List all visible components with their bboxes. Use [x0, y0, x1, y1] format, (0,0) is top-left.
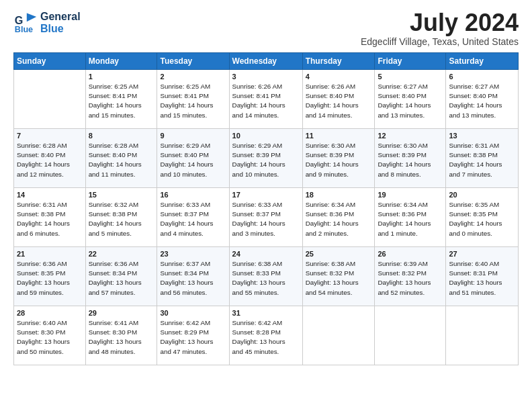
- calendar-cell: [302, 306, 375, 365]
- calendar-cell: 6Sunrise: 6:27 AMSunset: 8:40 PMDaylight…: [446, 70, 519, 129]
- day-number: 21: [17, 250, 83, 258]
- day-number: 26: [378, 250, 443, 258]
- logo-line2: Blue: [40, 23, 81, 35]
- calendar-cell: [446, 306, 519, 365]
- week-row-4: 21Sunrise: 6:36 AMSunset: 8:35 PMDayligh…: [14, 247, 519, 306]
- col-header-friday: Friday: [375, 53, 446, 70]
- svg-text:G: G: [15, 14, 24, 26]
- calendar-cell: 4Sunrise: 6:26 AMSunset: 8:40 PMDaylight…: [302, 70, 375, 129]
- calendar-cell: 18Sunrise: 6:34 AMSunset: 8:36 PMDayligh…: [302, 188, 375, 247]
- page: G Blue General Blue July 2024 Edgecliff …: [0, 0, 532, 411]
- calendar-cell: 2Sunrise: 6:25 AMSunset: 8:41 PMDaylight…: [157, 70, 229, 129]
- day-number: 9: [160, 132, 226, 140]
- day-info: Sunrise: 6:30 AMSunset: 8:39 PMDaylight:…: [378, 141, 443, 179]
- calendar-cell: 31Sunrise: 6:42 AMSunset: 8:28 PMDayligh…: [229, 306, 302, 365]
- day-info: Sunrise: 6:39 AMSunset: 8:32 PMDaylight:…: [378, 259, 443, 298]
- day-number: 17: [232, 191, 300, 199]
- calendar-cell: [14, 70, 86, 129]
- column-headers: SundayMondayTuesdayWednesdayThursdayFrid…: [14, 53, 519, 70]
- day-number: 20: [449, 191, 515, 199]
- day-number: 15: [89, 191, 154, 199]
- svg-text:Blue: Blue: [15, 25, 33, 34]
- calendar-cell: 27Sunrise: 6:40 AMSunset: 8:31 PMDayligh…: [446, 247, 519, 306]
- col-header-thursday: Thursday: [302, 53, 375, 70]
- day-info: Sunrise: 6:38 AMSunset: 8:32 PMDaylight:…: [306, 259, 372, 298]
- day-number: 31: [232, 309, 300, 317]
- day-info: Sunrise: 6:25 AMSunset: 8:41 PMDaylight:…: [160, 82, 226, 120]
- week-row-5: 28Sunrise: 6:40 AMSunset: 8:30 PMDayligh…: [14, 306, 519, 365]
- col-header-wednesday: Wednesday: [229, 53, 302, 70]
- calendar-body: 1Sunrise: 6:25 AMSunset: 8:41 PMDaylight…: [14, 70, 519, 365]
- logo-line1: General: [40, 11, 81, 23]
- day-info: Sunrise: 6:29 AMSunset: 8:39 PMDaylight:…: [232, 141, 300, 179]
- calendar-table: SundayMondayTuesdayWednesdayThursdayFrid…: [13, 52, 519, 365]
- day-info: Sunrise: 6:25 AMSunset: 8:41 PMDaylight:…: [89, 82, 154, 120]
- day-info: Sunrise: 6:42 AMSunset: 8:28 PMDaylight:…: [232, 318, 300, 357]
- week-row-1: 1Sunrise: 6:25 AMSunset: 8:41 PMDaylight…: [14, 70, 519, 129]
- day-info: Sunrise: 6:33 AMSunset: 8:37 PMDaylight:…: [232, 200, 300, 238]
- main-title: July 2024: [361, 11, 519, 35]
- day-number: 16: [160, 191, 226, 199]
- calendar-cell: 21Sunrise: 6:36 AMSunset: 8:35 PMDayligh…: [14, 247, 86, 306]
- day-number: 12: [378, 132, 443, 140]
- day-number: 29: [89, 309, 154, 317]
- day-info: Sunrise: 6:29 AMSunset: 8:40 PMDaylight:…: [160, 141, 226, 179]
- day-info: Sunrise: 6:28 AMSunset: 8:40 PMDaylight:…: [89, 141, 154, 179]
- calendar-cell: 28Sunrise: 6:40 AMSunset: 8:30 PMDayligh…: [14, 306, 86, 365]
- day-info: Sunrise: 6:31 AMSunset: 8:38 PMDaylight:…: [449, 141, 515, 179]
- day-number: 3: [232, 73, 300, 81]
- calendar-cell: 14Sunrise: 6:31 AMSunset: 8:38 PMDayligh…: [14, 188, 86, 247]
- day-info: Sunrise: 6:40 AMSunset: 8:31 PMDaylight:…: [449, 259, 515, 298]
- calendar-cell: 9Sunrise: 6:29 AMSunset: 8:40 PMDaylight…: [157, 129, 229, 188]
- day-number: 22: [89, 250, 154, 258]
- day-info: Sunrise: 6:26 AMSunset: 8:40 PMDaylight:…: [306, 82, 372, 120]
- week-row-3: 14Sunrise: 6:31 AMSunset: 8:38 PMDayligh…: [14, 188, 519, 247]
- col-header-tuesday: Tuesday: [157, 53, 229, 70]
- calendar-cell: 24Sunrise: 6:38 AMSunset: 8:33 PMDayligh…: [229, 247, 302, 306]
- calendar-cell: 8Sunrise: 6:28 AMSunset: 8:40 PMDaylight…: [85, 129, 157, 188]
- calendar-cell: 20Sunrise: 6:35 AMSunset: 8:35 PMDayligh…: [446, 188, 519, 247]
- calendar-cell: 10Sunrise: 6:29 AMSunset: 8:39 PMDayligh…: [229, 129, 302, 188]
- day-info: Sunrise: 6:42 AMSunset: 8:29 PMDaylight:…: [160, 318, 226, 357]
- calendar-cell: 25Sunrise: 6:38 AMSunset: 8:32 PMDayligh…: [302, 247, 375, 306]
- calendar-cell: 11Sunrise: 6:30 AMSunset: 8:39 PMDayligh…: [302, 129, 375, 188]
- calendar-cell: 15Sunrise: 6:32 AMSunset: 8:38 PMDayligh…: [85, 188, 157, 247]
- day-info: Sunrise: 6:34 AMSunset: 8:36 PMDaylight:…: [306, 200, 372, 238]
- calendar-cell: 5Sunrise: 6:27 AMSunset: 8:40 PMDaylight…: [375, 70, 446, 129]
- col-header-saturday: Saturday: [446, 53, 519, 70]
- day-info: Sunrise: 6:27 AMSunset: 8:40 PMDaylight:…: [449, 82, 515, 120]
- day-info: Sunrise: 6:40 AMSunset: 8:30 PMDaylight:…: [17, 318, 83, 357]
- day-number: 5: [378, 73, 443, 81]
- calendar-cell: 13Sunrise: 6:31 AMSunset: 8:38 PMDayligh…: [446, 129, 519, 188]
- calendar-cell: 3Sunrise: 6:26 AMSunset: 8:41 PMDaylight…: [229, 70, 302, 129]
- day-info: Sunrise: 6:33 AMSunset: 8:37 PMDaylight:…: [160, 200, 226, 238]
- calendar-cell: 19Sunrise: 6:34 AMSunset: 8:36 PMDayligh…: [375, 188, 446, 247]
- day-number: 27: [449, 250, 515, 258]
- day-info: Sunrise: 6:34 AMSunset: 8:36 PMDaylight:…: [378, 200, 443, 238]
- day-number: 24: [232, 250, 300, 258]
- day-info: Sunrise: 6:28 AMSunset: 8:40 PMDaylight:…: [17, 141, 83, 179]
- svg-marker-2: [27, 13, 36, 22]
- calendar-cell: 16Sunrise: 6:33 AMSunset: 8:37 PMDayligh…: [157, 188, 229, 247]
- day-number: 1: [89, 73, 154, 81]
- week-row-2: 7Sunrise: 6:28 AMSunset: 8:40 PMDaylight…: [14, 129, 519, 188]
- day-info: Sunrise: 6:30 AMSunset: 8:39 PMDaylight:…: [306, 141, 372, 179]
- calendar-cell: [375, 306, 446, 365]
- day-number: 6: [449, 73, 515, 81]
- title-area: July 2024 Edgecliff Village, Texas, Unit…: [361, 11, 519, 47]
- subtitle: Edgecliff Village, Texas, United States: [361, 36, 519, 47]
- day-number: 25: [306, 250, 372, 258]
- day-info: Sunrise: 6:27 AMSunset: 8:40 PMDaylight:…: [378, 82, 443, 120]
- calendar-cell: 29Sunrise: 6:41 AMSunset: 8:30 PMDayligh…: [85, 306, 157, 365]
- day-number: 2: [160, 73, 226, 81]
- header: G Blue General Blue July 2024 Edgecliff …: [13, 11, 519, 47]
- day-info: Sunrise: 6:38 AMSunset: 8:33 PMDaylight:…: [232, 259, 300, 298]
- day-info: Sunrise: 6:36 AMSunset: 8:34 PMDaylight:…: [89, 259, 154, 298]
- day-number: 30: [160, 309, 226, 317]
- day-info: Sunrise: 6:41 AMSunset: 8:30 PMDaylight:…: [89, 318, 154, 357]
- day-info: Sunrise: 6:36 AMSunset: 8:35 PMDaylight:…: [17, 259, 83, 298]
- calendar-cell: 7Sunrise: 6:28 AMSunset: 8:40 PMDaylight…: [14, 129, 86, 188]
- day-number: 8: [89, 132, 154, 140]
- day-number: 14: [17, 191, 83, 199]
- day-info: Sunrise: 6:31 AMSunset: 8:38 PMDaylight:…: [17, 200, 83, 238]
